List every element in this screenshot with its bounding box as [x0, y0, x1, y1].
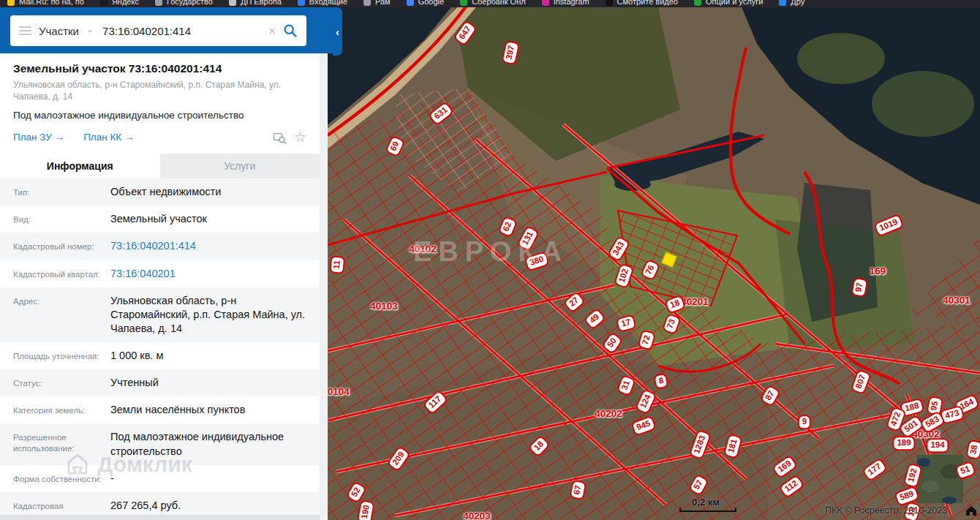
plan-kk-link[interactable]: План КК → — [83, 132, 134, 143]
bookmark-label: Опции и услуги — [706, 0, 763, 6]
info-row-value: 73:16:040201:414 — [110, 239, 320, 253]
quarter-number-label[interactable]: 40102 — [409, 244, 437, 255]
bookmark-item[interactable]: Смотрите видео — [606, 0, 678, 6]
parcel-usage-subtitle: Под малоэтажное индивидуальное строитель… — [13, 110, 306, 121]
menu-icon[interactable] — [19, 26, 31, 35]
parcel-number-chip[interactable]: 194 — [926, 438, 949, 453]
panel-tabs: Информация Услуги — [0, 154, 320, 178]
quarter-number-label[interactable]: 40203 — [463, 510, 491, 520]
parcel-number-chip[interactable]: 38 — [965, 440, 980, 460]
info-row-label: Кадастровый квартал: — [13, 267, 110, 281]
bookmark-favicon — [460, 0, 467, 6]
search-box: Участки ⌄ × — [10, 15, 306, 46]
info-row: Кадастровый номер: 73:16:040201:414 — [0, 233, 320, 260]
parcel-number-chip[interactable]: 9 — [798, 415, 811, 429]
bookmark-label: ДП Европа — [241, 0, 282, 6]
info-row-label: Статус: — [13, 376, 110, 390]
bookmark-favicon — [606, 0, 613, 6]
info-row-label: Тип: — [13, 185, 110, 199]
info-row-label: Адрес: — [13, 294, 110, 336]
info-row-value: - — [110, 472, 320, 486]
plan-zu-link[interactable]: План ЗУ → — [13, 132, 64, 143]
search-icon[interactable] — [283, 23, 298, 38]
bookmark-favicon — [155, 0, 162, 6]
quarter-number-label[interactable]: 40301 — [943, 295, 970, 306]
info-row-value: Под малоэтажное индивидуальное строитель… — [110, 430, 320, 458]
bookmark-favicon — [779, 0, 786, 6]
home-icon[interactable] — [965, 505, 977, 516]
bookmark-label: Яндекс — [112, 0, 139, 6]
chevron-down-icon[interactable]: ⌄ — [86, 24, 94, 34]
info-row-value: Ульяновская область, р-н Старомайнский, … — [110, 294, 320, 336]
pkk-app: ЕВРОКА 401024010340104402014020240203403… — [0, 0, 980, 520]
info-row-value: Объект недвижимости — [110, 185, 320, 199]
info-row-label: Форма собственности: — [13, 472, 110, 486]
quarter-number-label[interactable]: 40201 — [681, 296, 709, 307]
parcel-number-chip[interactable]: 189 — [892, 436, 915, 451]
bookmark-item[interactable]: Instagram — [542, 0, 589, 6]
bookmark-favicon — [694, 0, 701, 6]
parcel-number-chip[interactable]: 11 — [329, 255, 345, 274]
clear-icon[interactable]: × — [268, 25, 276, 37]
search-input[interactable] — [101, 24, 261, 38]
panel-collapse-button[interactable]: ‹ — [333, 7, 342, 56]
info-row: Вид: Земельный участок — [0, 206, 320, 233]
info-row: Кадастровый квартал: 73:16:040201 — [0, 260, 320, 287]
info-row-value: 73:16:040201 — [110, 267, 320, 281]
info-row-value: 1 000 кв. м — [110, 349, 320, 363]
bookmark-item[interactable]: Яндекс — [100, 0, 139, 6]
parcel-title: Земельный участок 73:16:040201:414 — [13, 62, 306, 75]
info-row-label: Категория земель: — [13, 403, 110, 417]
bookmark-item[interactable]: Рам — [363, 0, 391, 6]
bookmark-favicon — [7, 0, 15, 6]
browser-bookmarks-bar: Mail.Ru: по на, по Яндекс Государство ДП… — [0, 0, 980, 7]
panel-clipped-row — [0, 515, 320, 520]
parcel-address-subtitle: Ульяновская область, р-н Старомайнский, … — [13, 80, 284, 102]
info-row-value: Земли населённых пунктов — [110, 403, 320, 417]
info-row: Площадь уточненная: 1 000 кв. м — [0, 342, 320, 369]
minimap-toggle[interactable] — [916, 455, 963, 503]
info-row-value: Учтенный — [110, 376, 320, 390]
bookmark-label: Сбербанк Онл — [472, 0, 526, 6]
bookmark-label: Государство — [167, 0, 213, 6]
bookmark-favicon — [407, 0, 414, 6]
bookmark-item[interactable]: ДП Европа — [229, 0, 282, 6]
bookmark-item[interactable]: Mail.Ru: по на, по — [7, 0, 84, 6]
bookmark-item[interactable]: Государство — [155, 0, 213, 6]
tab-information[interactable]: Информация — [0, 154, 160, 178]
bookmark-item[interactable]: Сбербанк Онл — [460, 0, 526, 6]
scale-label: 0,2 км — [674, 497, 737, 508]
quarter-number-label[interactable]: 40103 — [370, 301, 398, 312]
bookmark-label: Смотрите видео — [617, 0, 678, 6]
info-row: Разрешенное использование: Под малоэтажн… — [0, 423, 320, 464]
bookmark-label: Mail.Ru: по на, по — [19, 0, 84, 6]
info-table: Тип: Объект недвижимости Вид: Земельный … — [0, 178, 320, 520]
bookmark-item[interactable]: Опции и услуги — [694, 0, 763, 6]
bookmark-label: Instagram — [554, 0, 589, 6]
info-row-label: Площадь уточненная: — [13, 349, 110, 363]
bookmark-favicon — [100, 0, 108, 6]
zoom-to-object-icon[interactable] — [273, 131, 287, 144]
bookmark-label: Рам — [375, 0, 391, 6]
info-row-label: Вид: — [13, 212, 110, 226]
info-row-value: Земельный участок — [110, 212, 320, 226]
favorite-star-icon[interactable]: ☆ — [294, 130, 306, 144]
map-scalebar: 0,2 км — [674, 497, 737, 508]
panel-scrollbar[interactable] — [320, 53, 328, 520]
bookmark-label: Google — [418, 0, 444, 6]
info-row: Форма собственности: - — [0, 465, 320, 492]
tab-services[interactable]: Услуги — [160, 154, 320, 178]
parcel-info-panel: Земельный участок 73:16:040201:414 Ульян… — [0, 53, 320, 520]
search-category-select[interactable]: Участки — [39, 25, 79, 37]
quarter-number-label[interactable]: 169 — [870, 265, 886, 276]
bookmark-item[interactable]: Дру — [779, 0, 804, 6]
bookmark-item[interactable]: Google — [407, 0, 444, 6]
info-row: Категория земель: Земли населённых пункт… — [0, 396, 320, 423]
bookmark-item[interactable]: Входящие — [298, 0, 347, 6]
bookmark-label: Входящие — [309, 0, 347, 6]
bookmark-favicon — [542, 0, 549, 6]
map-attribution: ПКК © Росреестр, 2010-2023 — [825, 505, 947, 516]
quarter-number-label[interactable]: 40202 — [595, 408, 622, 419]
search-header: Участки ⌄ × — [0, 7, 333, 53]
info-row: Тип: Объект недвижимости — [0, 178, 320, 206]
